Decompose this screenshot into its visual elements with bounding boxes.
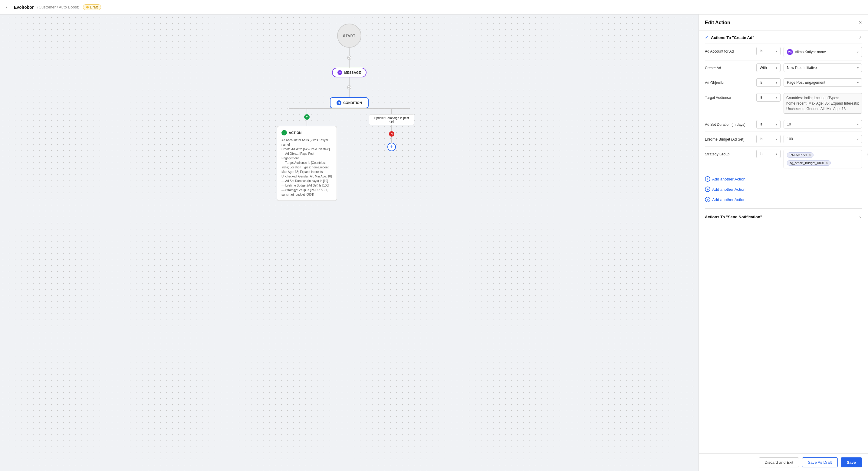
add-action-button-3[interactable]: + Add another Action <box>705 194 862 205</box>
operator-select: Is ▾ <box>756 135 780 143</box>
tag-remove-button[interactable]: × <box>826 161 828 165</box>
connector <box>307 120 307 126</box>
create-ad-section-header[interactable]: ✓ Actions To "Create Ad" ∧ <box>705 31 862 43</box>
action-text: Ad Account for Ad Is [Vikas Katiyar name… <box>281 138 332 197</box>
ad-account-label: Ad Account for Ad <box>705 47 753 54</box>
app-header: ← Evoltobor (Customer / Auto Boost) Draf… <box>0 0 868 14</box>
operator-select: Is ▾ <box>756 47 780 55</box>
target-audience-value[interactable]: Countries: India; Location Types: home,r… <box>783 93 862 114</box>
chevron-down-icon: ▾ <box>857 51 859 54</box>
strategy-group-row: Strategy Group Is ▾ PAID-37721 × <box>705 146 862 171</box>
chevron-down-icon: ▾ <box>857 138 859 141</box>
ad-account-value[interactable]: VK Vikas Katiyar name ▾ <box>783 47 862 57</box>
strategy-group-tags[interactable]: PAID-37721 × sg_smart_budget_0801 × <box>783 149 862 168</box>
condition-icon: ◈ <box>337 100 341 105</box>
ad-set-duration-operator[interactable]: Is ▾ <box>756 120 780 129</box>
tag-chip-paid: PAID-37721 × <box>787 153 813 158</box>
chevron-down-icon: ▾ <box>776 81 777 85</box>
panel-header: Edit Action × <box>699 14 868 31</box>
yes-label: Y <box>304 114 310 120</box>
section-divider <box>705 208 862 209</box>
chevron-down-icon: ∨ <box>859 214 862 219</box>
canvas-area: START ✉ MESSAGE ◈ CONDITION <box>0 14 699 471</box>
chevron-up-icon: ∧ <box>859 35 862 40</box>
create-ad-row: Create Ad With ▾ New Paid Initiative ▾ <box>705 60 862 75</box>
add-plus-icon: + <box>705 187 710 192</box>
send-notification-title: Actions To "Send Notification" <box>705 215 762 219</box>
tags-close-button[interactable]: × <box>867 152 868 157</box>
chevron-down-icon: ▾ <box>776 96 777 99</box>
save-as-draft-button[interactable]: Save As Draft <box>802 458 837 467</box>
chevron-down-icon: ▾ <box>776 138 777 141</box>
avatar: VK <box>787 49 793 55</box>
section-check-icon: ✓ <box>705 35 709 40</box>
panel-body: ✓ Actions To "Create Ad" ∧ Ad Account fo… <box>699 31 868 453</box>
status-dot <box>86 6 89 8</box>
add-plus-icon: + <box>705 176 710 182</box>
send-notification-header[interactable]: Actions To "Send Notification" ∨ <box>705 214 862 219</box>
ad-set-duration-label: Ad Set Duration (in days) <box>705 120 753 127</box>
add-action-button-1[interactable]: + Add another Action <box>705 174 862 184</box>
chevron-down-icon: ▾ <box>857 81 859 85</box>
connector <box>391 125 392 131</box>
chevron-down-icon: ▾ <box>857 123 859 126</box>
connector-line <box>349 77 349 87</box>
lifetime-budget-value[interactable]: 100 ▾ <box>783 135 862 143</box>
edit-panel: Edit Action × ✓ Actions To "Create Ad" ∧… <box>699 14 868 471</box>
create-ad-label: Create Ad <box>705 64 753 70</box>
section-title: Actions To "Create Ad" <box>711 35 754 40</box>
bottom-bar: Discard and Exit Save As Draft Save <box>699 453 868 471</box>
add-actions-container: + Add another Action + Add another Actio… <box>705 171 862 207</box>
create-ad-value[interactable]: New Paid Initiative ▾ <box>783 64 862 72</box>
ad-account-operator[interactable]: Is ▾ <box>756 47 780 55</box>
connector-line <box>349 88 349 97</box>
strategy-group-operator[interactable]: Is ▾ <box>756 149 780 158</box>
operator-select: With ▾ <box>756 64 780 72</box>
lifetime-budget-row: Lifetime Budget (Ad Set) Is ▾ 100 ▾ <box>705 132 862 146</box>
lifetime-budget-label: Lifetime Budget (Ad Set) <box>705 135 753 141</box>
discard-button[interactable]: Discard and Exit <box>759 458 799 467</box>
yes-branch: Y → ACTION Ad Account for Ad Is [Vikas K… <box>274 108 340 201</box>
chevron-down-icon: ▾ <box>776 123 777 126</box>
operator-select: Is ▾ <box>756 120 780 129</box>
chevron-down-icon: ▾ <box>857 66 859 70</box>
create-ad-operator[interactable]: With ▾ <box>756 64 780 72</box>
connector <box>307 108 307 114</box>
main-container: START ✉ MESSAGE ◈ CONDITION <box>0 14 868 471</box>
no-label: N <box>389 131 394 137</box>
operator-select: Is ▾ <box>756 93 780 102</box>
target-audience-operator[interactable]: Is ▾ <box>756 93 780 102</box>
connector <box>391 108 392 114</box>
tag-chip-sg: sg_smart_budget_0801 × <box>787 160 831 166</box>
workflow-subtitle: (Customer / Auto Boost) <box>37 5 79 9</box>
condition-branch: Sprinklr Campaign Is [test qp] N + <box>358 108 425 201</box>
message-node[interactable]: ✉ MESSAGE <box>332 68 366 77</box>
ad-objective-label: Ad Objective <box>705 78 753 85</box>
back-button[interactable]: ← <box>5 4 10 10</box>
tag-remove-button[interactable]: × <box>809 153 811 157</box>
condition-text: Sprinklr Campaign Is [test qp] <box>369 114 414 125</box>
chevron-down-icon: ▾ <box>776 66 777 70</box>
connector-line <box>349 59 349 68</box>
strategy-group-label: Strategy Group <box>705 149 753 156</box>
save-button[interactable]: Save <box>841 458 862 467</box>
add-plus-icon: + <box>705 197 710 202</box>
workflow-title: Evoltobor <box>14 5 34 10</box>
lifetime-budget-operator[interactable]: Is ▾ <box>756 135 780 143</box>
ad-set-duration-row: Ad Set Duration (in days) Is ▾ 10 ▾ <box>705 117 862 132</box>
add-node-button[interactable]: + <box>388 143 396 151</box>
add-action-button-2[interactable]: + Add another Action <box>705 184 862 194</box>
ad-account-row: Ad Account for Ad Is ▾ VK Vikas Katiyar … <box>705 43 862 60</box>
panel-title: Edit Action <box>705 20 730 25</box>
ad-set-duration-value[interactable]: 10 ▾ <box>783 120 862 129</box>
condition-node[interactable]: ◈ CONDITION <box>330 97 369 108</box>
chevron-down-icon: ▾ <box>776 49 777 53</box>
action-node[interactable]: → ACTION Ad Account for Ad Is [Vikas Kat… <box>277 126 337 201</box>
ad-objective-operator[interactable]: Is ▾ <box>756 78 780 87</box>
flow-container: START ✉ MESSAGE ◈ CONDITION <box>0 14 699 471</box>
close-button[interactable]: × <box>859 19 862 26</box>
operator-select: Is ▾ <box>756 149 780 158</box>
ad-objective-value[interactable]: Page Post Engagement ▾ <box>783 78 862 87</box>
status-badge: Draft <box>83 4 101 10</box>
message-icon: ✉ <box>337 70 342 75</box>
